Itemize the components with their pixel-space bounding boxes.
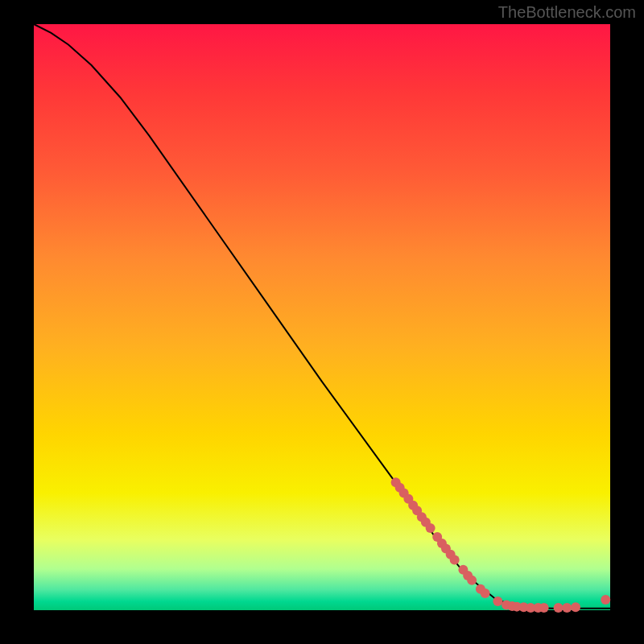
data-point bbox=[450, 555, 460, 564]
data-point bbox=[481, 588, 490, 598]
data-point bbox=[467, 576, 477, 585]
data-point bbox=[493, 597, 502, 606]
data-point bbox=[426, 523, 436, 533]
chart-svg bbox=[0, 0, 644, 644]
data-point bbox=[601, 595, 610, 605]
data-point bbox=[562, 603, 572, 613]
bottleneck-chart: TheBottleneck.com bbox=[0, 0, 644, 644]
data-point bbox=[554, 603, 564, 613]
watermark-text: TheBottleneck.com bbox=[498, 3, 636, 22]
plot-background bbox=[34, 24, 610, 610]
data-point bbox=[539, 603, 549, 613]
data-point bbox=[571, 602, 580, 612]
